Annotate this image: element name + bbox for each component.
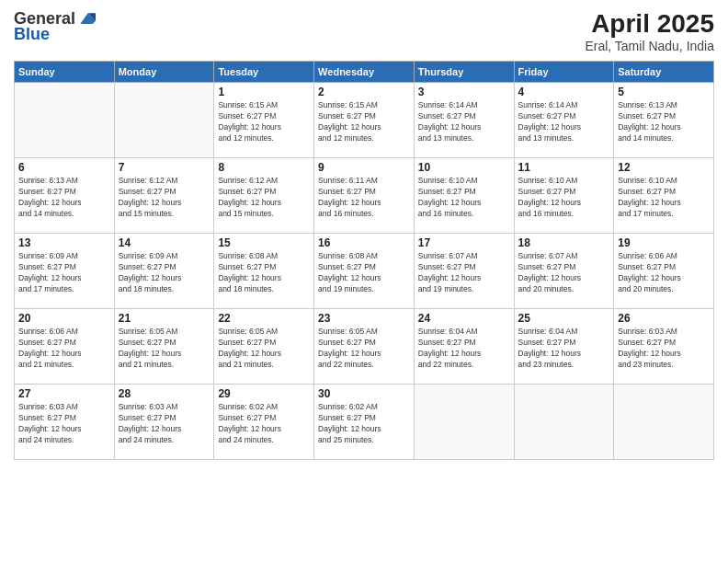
day-info: Sunrise: 6:10 AM Sunset: 6:27 PM Dayligh… [618,176,710,220]
day-info: Sunrise: 6:03 AM Sunset: 6:27 PM Dayligh… [18,402,110,446]
day-number: 2 [318,86,410,98]
table-row: 9Sunrise: 6:11 AM Sunset: 6:27 PM Daylig… [314,158,415,234]
table-row: 3Sunrise: 6:14 AM Sunset: 6:27 PM Daylig… [414,83,514,158]
table-row: 7Sunrise: 6:12 AM Sunset: 6:27 PM Daylig… [114,158,214,234]
day-number: 11 [518,161,610,174]
day-info: Sunrise: 6:07 AM Sunset: 6:27 PM Dayligh… [518,251,610,295]
day-number: 15 [218,236,310,249]
table-row [15,83,115,158]
header: General Blue April 2025 Eral, Tamil Nadu… [14,9,714,53]
table-row: 14Sunrise: 6:09 AM Sunset: 6:27 PM Dayli… [114,234,214,309]
day-number: 13 [18,236,110,249]
day-number: 26 [618,312,710,325]
table-row: 13Sunrise: 6:09 AM Sunset: 6:27 PM Dayli… [15,234,115,309]
day-number: 9 [318,161,410,174]
table-row: 18Sunrise: 6:07 AM Sunset: 6:27 PM Dayli… [514,234,614,309]
day-info: Sunrise: 6:13 AM Sunset: 6:27 PM Dayligh… [618,100,710,144]
day-number: 28 [119,387,210,400]
day-number: 14 [119,236,210,249]
logo-blue: Blue [14,25,50,44]
calendar-week-row: 20Sunrise: 6:06 AM Sunset: 6:27 PM Dayli… [15,309,714,385]
day-number: 1 [218,86,310,98]
table-row [414,385,514,460]
day-info: Sunrise: 6:03 AM Sunset: 6:27 PM Dayligh… [119,402,210,446]
calendar-week-row: 1Sunrise: 6:15 AM Sunset: 6:27 PM Daylig… [15,83,714,158]
day-number: 3 [418,86,510,98]
table-row [514,385,614,460]
day-info: Sunrise: 6:04 AM Sunset: 6:27 PM Dayligh… [418,327,510,371]
day-number: 18 [518,236,610,249]
calendar-week-row: 13Sunrise: 6:09 AM Sunset: 6:27 PM Dayli… [15,234,714,309]
calendar-week-row: 27Sunrise: 6:03 AM Sunset: 6:27 PM Dayli… [15,385,714,460]
header-tuesday: Tuesday [214,62,314,83]
table-row: 30Sunrise: 6:02 AM Sunset: 6:27 PM Dayli… [314,385,415,460]
day-number: 10 [418,161,510,174]
title-block: April 2025 Eral, Tamil Nadu, India [585,9,714,53]
day-number: 30 [318,387,410,400]
table-row: 22Sunrise: 6:05 AM Sunset: 6:27 PM Dayli… [214,309,314,385]
day-info: Sunrise: 6:10 AM Sunset: 6:27 PM Dayligh… [518,176,610,220]
table-row: 6Sunrise: 6:13 AM Sunset: 6:27 PM Daylig… [15,158,115,234]
day-number: 8 [218,161,310,174]
day-info: Sunrise: 6:02 AM Sunset: 6:27 PM Dayligh… [218,402,310,446]
day-number: 7 [119,161,210,174]
header-thursday: Thursday [414,62,514,83]
table-row: 25Sunrise: 6:04 AM Sunset: 6:27 PM Dayli… [514,309,614,385]
day-info: Sunrise: 6:04 AM Sunset: 6:27 PM Dayligh… [518,327,610,371]
day-number: 23 [318,312,410,325]
header-sunday: Sunday [15,62,115,83]
location-title: Eral, Tamil Nadu, India [585,39,714,53]
day-info: Sunrise: 6:12 AM Sunset: 6:27 PM Dayligh… [119,176,210,220]
table-row: 24Sunrise: 6:04 AM Sunset: 6:27 PM Dayli… [414,309,514,385]
table-row: 1Sunrise: 6:15 AM Sunset: 6:27 PM Daylig… [214,83,314,158]
day-info: Sunrise: 6:02 AM Sunset: 6:27 PM Dayligh… [318,402,410,446]
header-monday: Monday [114,62,214,83]
table-row: 27Sunrise: 6:03 AM Sunset: 6:27 PM Dayli… [15,385,115,460]
day-info: Sunrise: 6:09 AM Sunset: 6:27 PM Dayligh… [119,251,210,295]
day-number: 25 [518,312,610,325]
day-number: 6 [18,161,110,174]
logo: General Blue [14,9,96,44]
day-number: 22 [218,312,310,325]
day-info: Sunrise: 6:05 AM Sunset: 6:27 PM Dayligh… [218,327,310,371]
table-row: 12Sunrise: 6:10 AM Sunset: 6:27 PM Dayli… [614,158,714,234]
table-row: 29Sunrise: 6:02 AM Sunset: 6:27 PM Dayli… [214,385,314,460]
day-info: Sunrise: 6:05 AM Sunset: 6:27 PM Dayligh… [318,327,410,371]
table-row: 15Sunrise: 6:08 AM Sunset: 6:27 PM Dayli… [214,234,314,309]
day-number: 29 [218,387,310,400]
table-row: 4Sunrise: 6:14 AM Sunset: 6:27 PM Daylig… [514,83,614,158]
header-saturday: Saturday [614,62,714,83]
table-row: 10Sunrise: 6:10 AM Sunset: 6:27 PM Dayli… [414,158,514,234]
day-number: 5 [618,86,710,98]
logo-icon [77,10,96,29]
day-info: Sunrise: 6:07 AM Sunset: 6:27 PM Dayligh… [418,251,510,295]
day-number: 21 [119,312,210,325]
day-info: Sunrise: 6:08 AM Sunset: 6:27 PM Dayligh… [318,251,410,295]
header-friday: Friday [514,62,614,83]
day-info: Sunrise: 6:13 AM Sunset: 6:27 PM Dayligh… [18,176,110,220]
weekday-header-row: Sunday Monday Tuesday Wednesday Thursday… [15,62,714,83]
table-row: 23Sunrise: 6:05 AM Sunset: 6:27 PM Dayli… [314,309,415,385]
day-info: Sunrise: 6:15 AM Sunset: 6:27 PM Dayligh… [318,100,410,144]
day-info: Sunrise: 6:14 AM Sunset: 6:27 PM Dayligh… [418,100,510,144]
table-row: 11Sunrise: 6:10 AM Sunset: 6:27 PM Dayli… [514,158,614,234]
calendar: Sunday Monday Tuesday Wednesday Thursday… [14,61,714,460]
table-row: 19Sunrise: 6:06 AM Sunset: 6:27 PM Dayli… [614,234,714,309]
day-info: Sunrise: 6:11 AM Sunset: 6:27 PM Dayligh… [318,176,410,220]
day-info: Sunrise: 6:15 AM Sunset: 6:27 PM Dayligh… [218,100,310,144]
day-number: 24 [418,312,510,325]
day-info: Sunrise: 6:06 AM Sunset: 6:27 PM Dayligh… [18,327,110,371]
day-number: 20 [18,312,110,325]
day-info: Sunrise: 6:12 AM Sunset: 6:27 PM Dayligh… [218,176,310,220]
day-info: Sunrise: 6:10 AM Sunset: 6:27 PM Dayligh… [418,176,510,220]
table-row: 5Sunrise: 6:13 AM Sunset: 6:27 PM Daylig… [614,83,714,158]
day-info: Sunrise: 6:05 AM Sunset: 6:27 PM Dayligh… [119,327,210,371]
table-row: 8Sunrise: 6:12 AM Sunset: 6:27 PM Daylig… [214,158,314,234]
day-number: 4 [518,86,610,98]
page: General Blue April 2025 Eral, Tamil Nadu… [0,0,728,563]
month-title: April 2025 [585,9,714,39]
table-row: 20Sunrise: 6:06 AM Sunset: 6:27 PM Dayli… [15,309,115,385]
day-number: 17 [418,236,510,249]
day-info: Sunrise: 6:06 AM Sunset: 6:27 PM Dayligh… [618,251,710,295]
table-row: 28Sunrise: 6:03 AM Sunset: 6:27 PM Dayli… [114,385,214,460]
